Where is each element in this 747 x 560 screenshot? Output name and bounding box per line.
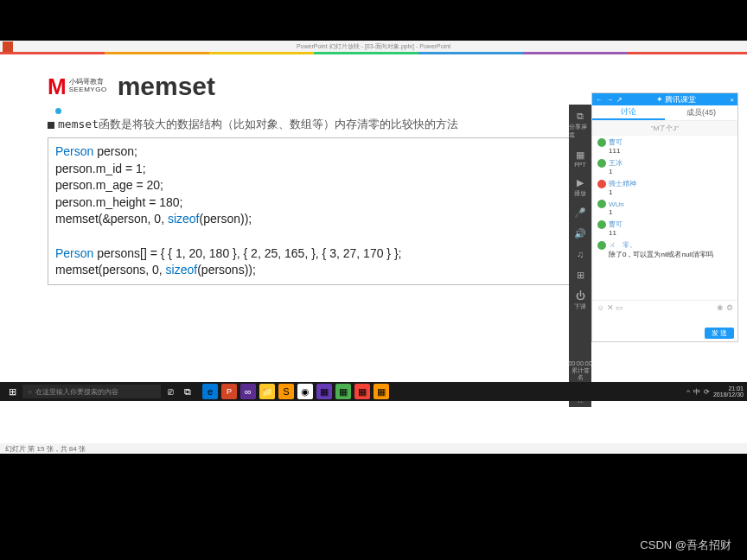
ppt-button[interactable]: ▦PPT — [574, 149, 586, 168]
start-button[interactable]: ⊞ — [3, 384, 21, 399]
chat-message: ㄨゞ零。除了0，可以置为nil或者null清零吗 — [597, 240, 732, 259]
chat-panel: ← → ↗ ✦ 腾讯课堂 × 讨论 成员(45) "M了个J" 曹可111 王冰… — [591, 92, 738, 342]
chat-input-area: ☺ ✕ ▭ ❀ ⚙ 发 送 — [592, 300, 737, 341]
avatar — [597, 220, 606, 229]
forward-icon[interactable]: → — [606, 96, 613, 104]
cortana-icon[interactable]: ⎚ — [163, 384, 178, 399]
taskview-icon[interactable]: ⧉ — [180, 384, 195, 399]
chat-tabs: 讨论 成员(45) — [592, 105, 737, 121]
settings-button[interactable]: ⊞ — [574, 269, 586, 281]
visualstudio-icon[interactable]: ∞ — [240, 384, 256, 399]
bullet-dot — [55, 108, 61, 114]
avatar — [597, 159, 606, 168]
mic-button[interactable]: 🎤 — [574, 207, 586, 219]
tray-sync-icon[interactable]: ⟳ — [704, 388, 710, 396]
tab-members[interactable]: 成员(45) — [665, 105, 737, 120]
seemygo-logo: M 小码哥教育 SEEMYGO — [48, 73, 107, 100]
tab-discuss[interactable]: 讨论 — [592, 105, 665, 120]
app-icon-2[interactable]: ▦ — [335, 384, 351, 399]
avatar — [597, 180, 606, 188]
flower-icon[interactable]: ❀ — [717, 303, 724, 312]
chat-message: 骑士精神1 — [597, 179, 732, 196]
back-icon[interactable]: ← — [596, 96, 603, 104]
powerpoint-titlebar: PowerPoint 幻灯片放映 - [03-面向对象.pptx] - Powe… — [0, 41, 747, 52]
window-title: PowerPoint 幻灯片放映 - [03-面向对象.pptx] - Powe… — [297, 42, 450, 51]
chat-message: 曹可111 — [597, 137, 732, 155]
end-class-button[interactable]: ⏻下课 — [574, 290, 586, 311]
letterbox-bottom: CSDN @吾名招财 — [0, 490, 747, 560]
play-button[interactable]: ▶播放 — [574, 176, 586, 198]
image-icon[interactable]: ▭ — [616, 303, 623, 312]
close-icon[interactable]: × — [730, 96, 734, 104]
chrome-icon[interactable]: ◉ — [297, 384, 313, 399]
csdn-watermark: CSDN @吾名招财 — [640, 538, 731, 553]
explorer-icon[interactable]: 📁 — [259, 384, 275, 399]
app-icon[interactable]: ▦ — [316, 384, 332, 399]
powerpoint-statusbar: 幻灯片 第 15 张，共 84 张 — [0, 443, 747, 454]
volume-button[interactable]: 🔊 — [574, 227, 586, 239]
system-tray: ^ 中 ⟳ 21:01 2018/12/30 — [686, 385, 744, 398]
taskbar-search[interactable]: ○ 在这里输入你要搜索的内容 — [22, 385, 161, 398]
desktop-capture: PowerPoint 幻灯片放映 - [03-面向对象.pptx] - Powe… — [0, 41, 747, 471]
popout-icon[interactable]: ↗ — [616, 96, 622, 104]
chat-header: ← → ↗ ✦ 腾讯课堂 × — [592, 93, 737, 105]
letterbox-top — [0, 0, 747, 41]
windows-taskbar: ⊞ ○ 在这里输入你要搜索的内容 ⎚ ⧉ e P ∞ 📁 S ◉ ▦ ▦ ▦ ▦… — [0, 382, 747, 401]
avatar — [597, 241, 606, 250]
music-button[interactable]: ♫ — [574, 248, 586, 260]
clear-icon[interactable]: ✕ — [607, 303, 614, 312]
chat-message: 曹可11 — [597, 220, 732, 237]
share-screen-button[interactable]: ⧉分享屏幕 — [569, 110, 591, 140]
tray-ime-icon[interactable]: 中 — [693, 387, 700, 397]
tencent-classroom-logo: ✦ 腾讯课堂 — [656, 94, 696, 105]
chat-banner: "M了个J" — [592, 121, 737, 136]
taskbar-clock[interactable]: 21:01 2018/12/30 — [713, 385, 744, 398]
stream-control-sidebar: ⧉分享屏幕 ▦PPT ▶播放 🎤 🔊 ♫ ⊞ ⏻下课 00:00:00 累计签名… — [569, 105, 591, 407]
chat-message: 王冰1 — [597, 158, 732, 175]
chat-message: WUn1 — [597, 200, 732, 216]
logo-en: SEEMYGO — [69, 86, 107, 94]
powerpoint-task-icon[interactable]: P — [221, 384, 237, 399]
powerpoint-icon — [3, 41, 13, 52]
gear-icon[interactable]: ⚙ — [726, 303, 733, 312]
slide-title: memset — [118, 72, 215, 101]
emoji-icon[interactable]: ☺ — [597, 303, 604, 312]
sublime-icon[interactable]: S — [278, 384, 294, 399]
app-icon-3[interactable]: ▦ — [354, 384, 370, 399]
avatar — [597, 200, 606, 208]
chat-message-list[interactable]: 曹可111 王冰1 骑士精神1 WUn1 曹可11 ㄨゞ零。除了0，可以置为ni… — [592, 136, 737, 300]
app-icon-4[interactable]: ▦ — [374, 384, 389, 399]
edge-icon[interactable]: e — [202, 384, 218, 399]
tray-chevron-icon[interactable]: ^ — [686, 388, 690, 396]
avatar — [597, 138, 606, 147]
send-button[interactable]: 发 送 — [705, 328, 734, 339]
